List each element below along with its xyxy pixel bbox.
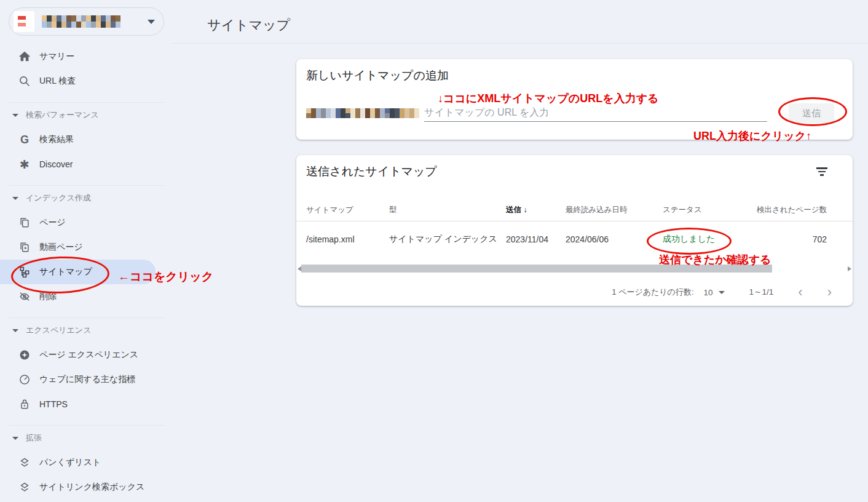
sidebar-section-enhancements[interactable]: 拡張 xyxy=(0,426,173,450)
sidebar-item-label: ページ エクスペリエンス xyxy=(39,349,138,361)
sidebar-item-removals[interactable]: 削除 xyxy=(0,284,173,309)
pages-icon xyxy=(17,215,32,230)
table-header-row: サイトマップ 型 送信 ↓ 最終読み込み日時 ステータス 検出されたページ数 xyxy=(296,199,853,221)
sidebar-item-sitemaps[interactable]: サイトマップ xyxy=(0,260,156,284)
triangle-down-icon xyxy=(12,329,18,332)
sidebar-section-performance[interactable]: 検索パフォーマンス xyxy=(0,103,173,127)
property-logo-icon xyxy=(14,11,34,32)
sidebar-item-summary[interactable]: サマリー xyxy=(0,44,173,69)
sidebar-item-label: 削除 xyxy=(39,291,57,302)
lock-icon xyxy=(17,397,32,412)
sidebar-item-label: URL 検査 xyxy=(39,76,76,87)
sidebar-item-label: HTTPS xyxy=(39,399,68,409)
column-header-type[interactable]: 型 xyxy=(389,205,506,215)
sidebar-item-discover[interactable]: ✱ Discover xyxy=(0,152,173,177)
search-icon xyxy=(17,74,32,89)
pagination-range: 1～1/1 xyxy=(749,287,774,298)
property-selector[interactable] xyxy=(9,7,164,36)
column-header-sitemap[interactable]: サイトマップ xyxy=(306,205,389,215)
sidebar-item-core-web-vitals[interactable]: ウェブに関する主な指標 xyxy=(0,367,173,392)
triangle-down-icon xyxy=(12,114,18,117)
sort-arrow-down-icon: ↓ xyxy=(523,205,527,214)
layers-icon xyxy=(17,455,32,470)
gauge-icon xyxy=(17,372,32,387)
cell-last-read-date: 2024/06/06 xyxy=(566,234,663,244)
sidebar-item-video-pages[interactable]: 動画ページ xyxy=(0,235,173,260)
submit-button[interactable]: 送信 xyxy=(789,103,834,123)
rows-per-page-label: 1 ページあたりの行数: xyxy=(612,287,693,298)
sidebar-item-label: パンくずリスト xyxy=(39,457,101,468)
sidebar-item-search-results[interactable]: G 検索結果 xyxy=(0,127,173,152)
main-content: サイトマップ 新しいサイトマップの追加 送信 送信されたサイトマップ サイトマッ… xyxy=(173,0,868,502)
submitted-sitemaps-card: 送信されたサイトマップ サイトマップ 型 送信 ↓ 最終読み込み日時 ステータス… xyxy=(296,155,853,306)
cell-discovered-pages: 702 xyxy=(746,234,853,244)
sidebar-item-label: 動画ページ xyxy=(39,242,83,253)
chevron-down-icon xyxy=(148,20,155,24)
layers-icon xyxy=(17,480,32,495)
sidebar-item-page-experience[interactable]: ページ エクスペリエンス xyxy=(0,343,173,367)
sidebar-item-https[interactable]: HTTPS xyxy=(0,392,173,416)
property-name-redacted xyxy=(42,15,120,28)
dropdown-caret-icon[interactable] xyxy=(719,291,725,294)
eye-off-icon xyxy=(17,289,32,304)
cell-sitemap-path: /sitemap.xml xyxy=(306,234,389,244)
page-experience-icon xyxy=(17,348,32,362)
add-sitemap-card: 新しいサイトマップの追加 送信 xyxy=(296,59,853,140)
sidebar: サマリー URL 検査 検索パフォーマンス G 検索結果 ✱ Discover … xyxy=(0,0,173,502)
cell-type: サイトマップ インデックス xyxy=(389,234,506,245)
home-icon xyxy=(17,49,32,64)
table-row[interactable]: /sitemap.xml サイトマップ インデックス 2023/11/04 20… xyxy=(296,221,853,257)
sitemap-url-input[interactable] xyxy=(424,103,767,122)
sidebar-item-breadcrumbs[interactable]: パンくずリスト xyxy=(0,450,173,475)
column-header-discovered-pages[interactable]: 検出されたページ数 xyxy=(746,205,853,215)
sidebar-section-experience[interactable]: エクスペリエンス xyxy=(0,318,173,343)
page-title: サイトマップ xyxy=(207,16,290,34)
triangle-down-icon xyxy=(12,437,18,440)
sidebar-section-indexing[interactable]: インデックス作成 xyxy=(0,186,173,210)
sidebar-item-label: ページ xyxy=(39,217,66,228)
rows-per-page-select[interactable]: 10 xyxy=(704,288,713,297)
horizontal-scrollbar[interactable] xyxy=(296,264,853,273)
sidebar-item-pages[interactable]: ページ xyxy=(0,210,173,235)
pagination-bar: 1 ページあたりの行数: 10 1～1/1 ‹ › xyxy=(296,280,853,305)
site-url-prefix-redacted xyxy=(306,108,419,118)
column-header-submitted[interactable]: 送信 ↓ xyxy=(506,205,566,215)
cell-status-success: 成功しました xyxy=(663,234,746,245)
scroll-right-icon[interactable] xyxy=(848,266,851,271)
sidebar-item-label: Discover xyxy=(39,159,73,169)
next-page-icon[interactable]: › xyxy=(827,285,832,299)
sidebar-item-label: サイトリンク検索ボックス xyxy=(39,482,144,493)
sidebar-item-label: サイトマップ xyxy=(39,266,92,277)
scrollbar-thumb[interactable] xyxy=(301,265,772,273)
previous-page-icon[interactable]: ‹ xyxy=(798,285,802,299)
sidebar-item-sitelinks-searchbox[interactable]: サイトリンク検索ボックス xyxy=(0,475,173,500)
submitted-sitemaps-title: 送信されたサイトマップ xyxy=(306,164,437,180)
column-header-last-read[interactable]: 最終読み込み日時 xyxy=(566,205,663,215)
column-header-status[interactable]: ステータス xyxy=(663,205,746,215)
sidebar-item-url-inspection[interactable]: URL 検査 xyxy=(0,69,173,94)
header-divider xyxy=(173,43,868,44)
sitemap-tree-icon xyxy=(17,265,32,279)
triangle-down-icon xyxy=(12,197,18,200)
cell-submitted-date: 2023/11/04 xyxy=(506,234,566,244)
video-pages-icon xyxy=(17,240,32,255)
sidebar-item-label: サマリー xyxy=(39,51,74,62)
asterisk-icon: ✱ xyxy=(17,157,32,172)
add-sitemap-title: 新しいサイトマップの追加 xyxy=(306,68,449,84)
sidebar-item-label: 検索結果 xyxy=(39,134,74,145)
sidebar-item-label: ウェブに関する主な指標 xyxy=(39,374,135,385)
google-g-icon: G xyxy=(17,132,32,147)
filter-icon[interactable] xyxy=(816,167,828,177)
